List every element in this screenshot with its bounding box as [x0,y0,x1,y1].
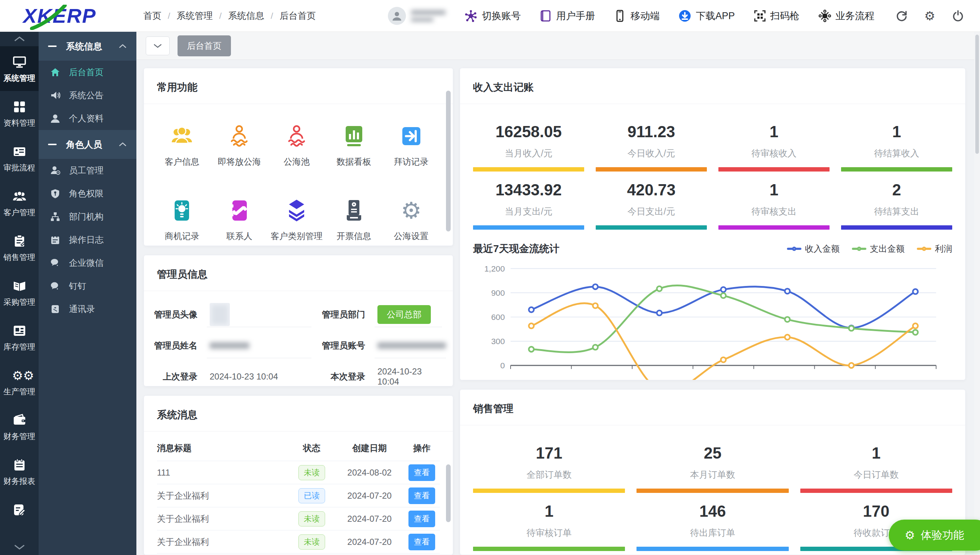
breadcrumb-home[interactable]: 首页 [143,10,161,22]
user-manual-button[interactable]: 用户手册 [539,10,595,22]
sidebar-item-finance-mgmt[interactable]: 财务管理 [0,404,38,449]
legend-expense[interactable]: 支出金额 [852,243,905,255]
chart-legend: 收入金额 支出金额 利润 [787,243,952,255]
person-icon [392,10,402,21]
feature-data-dashboard[interactable]: 数据看板 [325,124,382,168]
window-scrollbar[interactable] [974,32,980,555]
submenu-item-departments[interactable]: 部门机构 [38,205,136,228]
stat-color-bar [596,225,707,229]
dash-icon [48,45,57,47]
gear-icon: ⚙ [905,529,915,541]
admin-avatar-field[interactable] [207,302,312,327]
layers-icon [285,199,309,223]
dashboard-content: 常用功能 客户信息 即将放公海 [136,60,980,555]
submenu-item-announcement[interactable]: 系统公告 [38,84,136,107]
sidebar-item-approval-flow[interactable]: 审批流程 [0,136,38,181]
feature-visit-records[interactable]: 拜访记录 [382,124,440,168]
submenu-group-sysinfo[interactable]: 系统信息 [38,32,136,61]
last-login-value: 2024-10-23 10:04 [207,364,312,387]
table-row: 关于企业福利 未读 2024-07-20 查看 [157,507,440,531]
cashflow-line-chart[interactable]: -600-30003006009001,20010-1710-1810-1910… [473,258,952,380]
stat-month-orders: 25 本月订单数 [631,435,794,493]
submenu-item-dashboard[interactable]: 后台首页 [38,61,136,84]
mobile-phone-icon [614,10,626,22]
workflow-button[interactable]: 业务流程 [819,10,874,22]
feature-contacts[interactable]: 联系人 [211,199,268,242]
sidebar-item-purchase-mgmt[interactable]: 采购管理 [0,270,38,315]
breadcrumb-system[interactable]: 系统管理 [161,10,213,22]
submenu-item-employees[interactable]: 员工管理 [38,159,136,182]
view-button[interactable]: 查看 [408,534,435,550]
scrollbar-thumb[interactable] [975,35,979,154]
sidebar-item-sales-mgmt[interactable]: 销售管理 [0,225,38,270]
right-column: 收入支出记账 16258.05 当月收入/元 911.23 今日收入/元 [460,68,966,555]
admin-account-redacted [377,342,446,349]
card-scrollbar[interactable] [446,91,451,231]
sidebar-item-production-mgmt[interactable]: ⚙⚙ 生产管理 [0,360,38,404]
user-avatar [388,7,406,25]
finance-stats: 16258.05 当月收入/元 911.23 今日收入/元 1 [460,104,965,233]
submenu-item-contacts[interactable]: 通讯录 [38,298,136,321]
legend-profit[interactable]: 利润 [917,243,952,255]
power-button[interactable] [952,10,964,22]
app-root: XKERP 首页 系统管理 系统信息 后台首页 切换账号 [0,0,980,555]
feature-public-pool[interactable]: 公海池 [268,124,326,168]
card-scrollbar[interactable] [446,464,451,522]
admin-info-card: 管理员信息 管理员头像 管理员部门 公司总部 管理员姓名 [144,255,453,387]
settings-button[interactable]: ⚙ [924,10,935,22]
refresh-icon [895,10,908,22]
stat-color-bar [596,167,707,172]
sidebar-item-system-mgmt[interactable]: 系统管理 [0,46,38,91]
user-block[interactable] [388,7,446,25]
submenu-item-wecom[interactable]: 企业微信 [38,251,136,274]
submenu-item-role-permissions[interactable]: 角色权限 [38,182,136,205]
sidebar-item-customer-mgmt[interactable]: 客户管理 [0,181,38,225]
feature-customer-info[interactable]: 客户信息 [153,124,211,168]
svg-text:0: 0 [500,361,505,370]
legend-line-icon [852,248,866,250]
feature-customer-categories[interactable]: 客户类别管理 [268,199,326,242]
admin-row: 管理员姓名 管理员账号 [153,330,442,361]
settings-gear-icon: ⚙ [400,199,423,223]
submenu-item-profile[interactable]: 个人资料 [38,107,136,130]
view-button[interactable]: 查看 [408,464,435,481]
sidebar-scroll-up[interactable] [13,32,26,46]
view-button[interactable]: 查看 [408,488,435,504]
org-chart-icon [50,212,60,222]
breadcrumb-sysinfo[interactable]: 系统信息 [213,10,264,22]
tab-dropdown-button[interactable] [146,37,169,55]
admin-name-redacted [209,342,249,349]
submenu-item-dingtalk[interactable]: 钉钉 [38,274,136,298]
wechat-icon [50,258,60,268]
dept-badge[interactable]: 公司总部 [377,305,431,324]
sidebar-item-data-mgmt[interactable]: 资料管理 [0,91,38,136]
feature-to-public-pool[interactable]: 即将放公海 [211,124,268,168]
feature-opportunity-records[interactable]: 商机记录 [153,199,211,242]
submenu-item-operation-log[interactable]: 操作日志 [38,228,136,251]
chart-header: 最近7天现金流统计 收入金额 支出金额 [473,242,952,256]
mobile-button[interactable]: 移动端 [614,10,660,22]
sidebar-item-finance-report[interactable]: 财务报表 [0,449,38,494]
stat-today-orders: 1 今日订单数 [795,435,958,493]
features-grid: 客户信息 即将放公海 公海池 [144,104,453,242]
legend-income[interactable]: 收入金额 [787,243,839,255]
sidebar-item-partial[interactable] [0,494,38,528]
refresh-button[interactable] [895,10,908,22]
download-app-button[interactable]: 下载APP [678,10,735,22]
breadcrumb-dashboard[interactable]: 后台首页 [264,10,316,22]
view-button[interactable]: 查看 [408,510,435,527]
admin-dept-field: 公司总部 [374,302,442,327]
stat-pending-outbound-orders: 146 待出库订单 [631,493,794,551]
app-logo[interactable]: XKERP [23,4,96,27]
sidebar-item-inventory-mgmt[interactable]: 库存管理 [0,315,38,360]
sidebar-scroll-down[interactable] [13,542,26,555]
tab-dashboard[interactable]: 后台首页 [177,35,231,56]
experience-features-button[interactable]: ⚙ 体验功能 [889,520,980,551]
feature-invoice-info[interactable]: 开票信息 [325,199,382,242]
stat-today-expense: 420.73 今日支出/元 [590,172,713,229]
scanner-button[interactable]: 扫码枪 [754,10,799,22]
feature-pool-settings[interactable]: ⚙ 公海设置 [382,199,440,242]
submenu-group-roles[interactable]: 角色人员 [38,130,136,159]
switch-account-button[interactable]: 切换账号 [464,10,521,22]
top-header: XKERP 首页 系统管理 系统信息 后台首页 切换账号 [0,0,980,32]
